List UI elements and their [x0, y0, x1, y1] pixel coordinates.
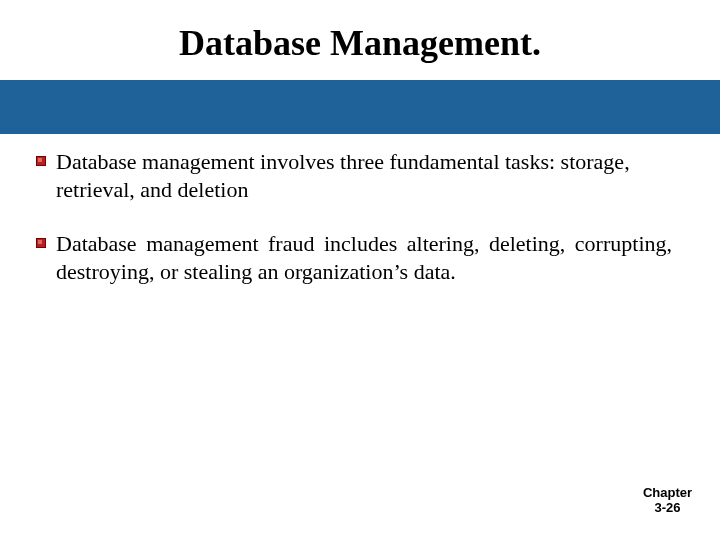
- bullet-icon: [36, 156, 46, 166]
- slide-title: Database Management.: [0, 0, 720, 74]
- list-item-text: Database management involves three funda…: [56, 148, 672, 204]
- svg-rect-5: [38, 240, 42, 244]
- footer-chapter-label: Chapter: [643, 486, 692, 501]
- svg-rect-2: [38, 158, 42, 162]
- page-footer: Chapter 3-26: [643, 486, 692, 516]
- accent-bar: [0, 80, 720, 134]
- list-item: Database management involves three funda…: [36, 148, 672, 204]
- bullet-icon: [36, 238, 46, 248]
- bullet-list: Database management involves three funda…: [0, 134, 720, 287]
- list-item-text: Database management fraud includes alter…: [56, 230, 672, 286]
- footer-page-number: 3-26: [643, 501, 692, 516]
- list-item: Database management fraud includes alter…: [36, 230, 672, 286]
